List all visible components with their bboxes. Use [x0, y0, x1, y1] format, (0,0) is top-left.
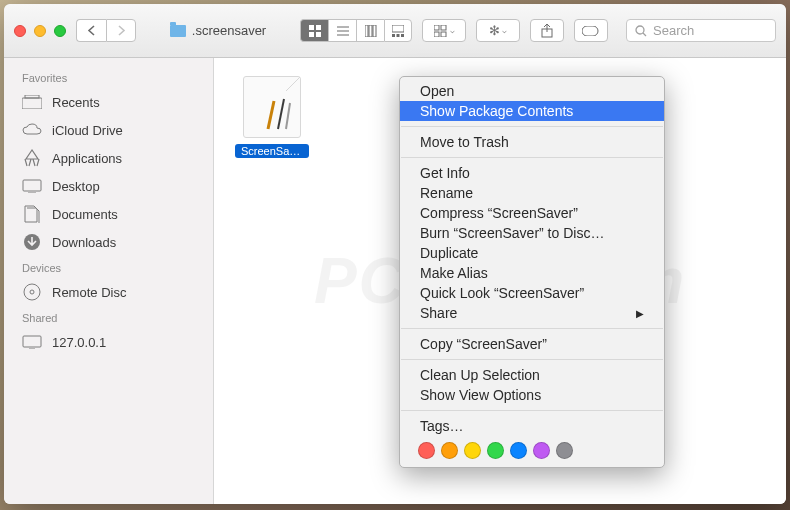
search-icon: [635, 25, 647, 37]
svg-rect-16: [434, 32, 439, 37]
svg-rect-8: [369, 25, 372, 37]
svg-point-28: [24, 284, 40, 300]
svg-rect-23: [22, 98, 42, 109]
file-name-label: ScreenSaver: [235, 144, 309, 158]
titlebar: .screensaver ⌵ ✻⌵ Search: [4, 4, 786, 58]
ctx-share[interactable]: Share▶: [400, 303, 664, 323]
sidebar-item-shared-host[interactable]: 127.0.0.1: [4, 328, 213, 356]
ctx-rename[interactable]: Rename: [400, 183, 664, 203]
sidebar-item-label: iCloud Drive: [52, 123, 123, 138]
svg-rect-0: [309, 25, 314, 30]
ctx-get-info[interactable]: Get Info: [400, 163, 664, 183]
file-item-screensaver[interactable]: ScreenSaver: [232, 76, 312, 158]
sidebar-section-favorites: Favorites: [4, 66, 213, 88]
ctx-clean-up[interactable]: Clean Up Selection: [400, 365, 664, 385]
tag-green[interactable]: [487, 442, 504, 459]
arrange-button[interactable]: ⌵: [422, 19, 466, 42]
ctx-separator: [401, 126, 663, 127]
svg-rect-12: [397, 34, 400, 37]
ctx-make-alias[interactable]: Make Alias: [400, 263, 664, 283]
folder-icon: [170, 25, 186, 37]
svg-point-29: [30, 290, 34, 294]
svg-rect-20: [582, 26, 598, 36]
svg-rect-9: [373, 25, 376, 37]
sidebar-item-remote-disc[interactable]: Remote Disc: [4, 278, 213, 306]
svg-rect-24: [25, 95, 39, 98]
context-menu: Open Show Package Contents Move to Trash…: [399, 76, 665, 468]
applications-icon: [22, 149, 42, 167]
sidebar: Favorites Recents iCloud Drive Applicati…: [4, 58, 214, 504]
ctx-duplicate[interactable]: Duplicate: [400, 243, 664, 263]
gear-icon: ✻: [489, 23, 500, 38]
sidebar-item-downloads[interactable]: Downloads: [4, 228, 213, 256]
svg-rect-25: [23, 180, 41, 191]
sidebar-item-recents[interactable]: Recents: [4, 88, 213, 116]
icon-view-button[interactable]: [300, 19, 328, 42]
svg-rect-15: [441, 25, 446, 30]
ctx-copy[interactable]: Copy “ScreenSaver”: [400, 334, 664, 354]
ctx-show-package-contents[interactable]: Show Package Contents: [400, 101, 664, 121]
sidebar-item-label: Remote Disc: [52, 285, 126, 300]
disc-icon: [22, 283, 42, 301]
ctx-view-options[interactable]: Show View Options: [400, 385, 664, 405]
share-button[interactable]: [530, 19, 564, 42]
documents-icon: [22, 205, 42, 223]
sidebar-item-label: Recents: [52, 95, 100, 110]
tag-orange[interactable]: [441, 442, 458, 459]
title-wrap: .screensaver: [136, 23, 300, 38]
recents-icon: [22, 93, 42, 111]
tags-button[interactable]: [574, 19, 608, 42]
sidebar-item-label: Desktop: [52, 179, 100, 194]
ctx-quick-look[interactable]: Quick Look “ScreenSaver”: [400, 283, 664, 303]
tag-blue[interactable]: [510, 442, 527, 459]
action-button[interactable]: ✻⌵: [476, 19, 520, 42]
nav-buttons: [76, 19, 136, 42]
tag-gray[interactable]: [556, 442, 573, 459]
tag-purple[interactable]: [533, 442, 550, 459]
sidebar-item-documents[interactable]: Documents: [4, 200, 213, 228]
sidebar-item-label: Downloads: [52, 235, 116, 250]
search-field[interactable]: Search: [626, 19, 776, 42]
tag-yellow[interactable]: [464, 442, 481, 459]
column-view-button[interactable]: [356, 19, 384, 42]
svg-rect-13: [401, 34, 404, 37]
ctx-separator: [401, 410, 663, 411]
ctx-move-to-trash[interactable]: Move to Trash: [400, 132, 664, 152]
search-placeholder: Search: [653, 23, 694, 38]
desktop-icon: [22, 177, 42, 195]
fullscreen-window-button[interactable]: [54, 25, 66, 37]
sidebar-item-label: 127.0.0.1: [52, 335, 106, 350]
ctx-compress[interactable]: Compress “ScreenSaver”: [400, 203, 664, 223]
sidebar-item-applications[interactable]: Applications: [4, 144, 213, 172]
chevron-right-icon: ▶: [636, 308, 644, 319]
close-window-button[interactable]: [14, 25, 26, 37]
svg-point-21: [636, 26, 644, 34]
sidebar-item-label: Applications: [52, 151, 122, 166]
svg-rect-11: [392, 34, 395, 37]
sidebar-item-desktop[interactable]: Desktop: [4, 172, 213, 200]
svg-rect-30: [23, 336, 41, 347]
toolbar: ⌵ ✻⌵ Search: [300, 19, 776, 42]
tag-red[interactable]: [418, 442, 435, 459]
ctx-open[interactable]: Open: [400, 81, 664, 101]
ctx-separator: [401, 157, 663, 158]
svg-rect-3: [316, 32, 321, 37]
ctx-separator: [401, 359, 663, 360]
ctx-burn[interactable]: Burn “ScreenSaver” to Disc…: [400, 223, 664, 243]
sidebar-item-icloud[interactable]: iCloud Drive: [4, 116, 213, 144]
gallery-view-button[interactable]: [384, 19, 412, 42]
content: Favorites Recents iCloud Drive Applicati…: [4, 58, 786, 504]
minimize-window-button[interactable]: [34, 25, 46, 37]
window-controls: [14, 25, 66, 37]
window-title: .screensaver: [192, 23, 266, 38]
forward-button[interactable]: [106, 19, 136, 42]
ctx-tags-row: [400, 436, 664, 463]
back-button[interactable]: [76, 19, 106, 42]
sidebar-section-devices: Devices: [4, 256, 213, 278]
sidebar-section-shared: Shared: [4, 306, 213, 328]
cloud-icon: [22, 121, 42, 139]
svg-line-22: [643, 33, 646, 36]
svg-rect-10: [392, 25, 404, 32]
list-view-button[interactable]: [328, 19, 356, 42]
svg-rect-17: [441, 32, 446, 37]
